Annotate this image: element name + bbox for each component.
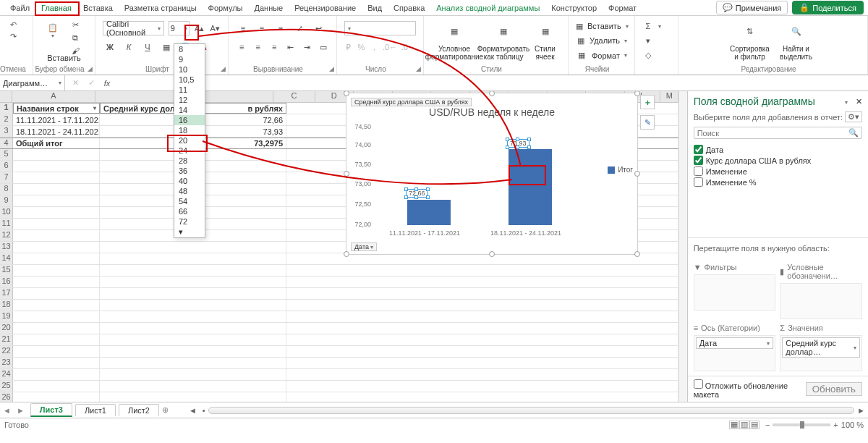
cancel-formula-icon[interactable]: ✕: [69, 77, 81, 89]
font-size-option[interactable]: 28: [174, 156, 205, 166]
chart-legend[interactable]: Итог: [608, 166, 633, 174]
merge-cells-icon[interactable]: ▭: [318, 40, 330, 54]
menu-review[interactable]: Рецензирование: [289, 1, 362, 14]
fill-icon[interactable]: ▾: [642, 35, 654, 46]
worksheet[interactable]: A B C DEF GHI JKL M 1 Названия строк▾ Ср…: [0, 91, 678, 402]
update-button[interactable]: Обновить: [806, 382, 862, 396]
menu-format[interactable]: Формат: [603, 1, 642, 14]
clipboard-launcher-icon[interactable]: ◢: [88, 65, 93, 72]
field-search[interactable]: 🔍: [694, 127, 862, 139]
font-size-option[interactable]: 11: [174, 85, 205, 95]
font-size-option[interactable]: 12: [174, 95, 205, 105]
axis-dropzone[interactable]: Дата▾: [694, 335, 776, 371]
menu-design[interactable]: Конструктор: [545, 1, 603, 14]
find-select-label[interactable]: Найти и выделить: [775, 45, 817, 61]
menu-home[interactable]: Главная: [35, 1, 77, 14]
font-size-option[interactable]: 48: [174, 186, 205, 196]
values-chip[interactable]: Средний курс доллар…▾: [782, 337, 860, 358]
font-size-select[interactable]: 9▾: [169, 21, 190, 35]
field-row[interactable]: Изменение %: [694, 177, 862, 187]
field-checkbox[interactable]: [694, 166, 703, 176]
select-all-triangle[interactable]: [0, 91, 12, 102]
cell-A3[interactable]: 18.11.2021 - 24.11.2021: [13, 126, 100, 137]
comma-icon[interactable]: ,: [370, 40, 378, 54]
insert-cells-icon[interactable]: ▦: [576, 20, 583, 32]
align-launcher-icon[interactable]: ◢: [329, 65, 334, 72]
pivot-chart[interactable]: Средний курс доллара США в рублях USD/RU…: [346, 93, 638, 255]
shrink-font-icon[interactable]: A▾: [209, 21, 221, 35]
cell-A4-grand[interactable]: Общий итог: [13, 138, 100, 148]
pane-layout-button[interactable]: ⚙▾: [845, 111, 862, 122]
axis-chip[interactable]: Дата▾: [696, 337, 774, 349]
number-launcher-icon[interactable]: ◢: [416, 65, 421, 72]
field-row[interactable]: Изменение: [694, 166, 862, 176]
pane-options-chevron-icon[interactable]: ▾: [845, 99, 848, 106]
align-bottom-icon[interactable]: ≡: [273, 21, 288, 35]
sort-filter-icon[interactable]: ⇅: [738, 19, 762, 43]
bold-button[interactable]: Ж: [103, 40, 117, 54]
sheet-tab[interactable]: Лист2: [119, 404, 159, 416]
field-checkbox[interactable]: [694, 145, 703, 154]
autosum-icon[interactable]: Σ: [642, 20, 654, 32]
chart-value-filter-chip[interactable]: Средний курс доллара США в рублях: [351, 98, 472, 106]
zoom-out-icon[interactable]: −: [765, 421, 770, 429]
font-size-option[interactable]: 72: [174, 216, 205, 227]
align-top-icon[interactable]: ≡: [236, 21, 250, 35]
comments-button[interactable]: 💬Примечания: [716, 1, 788, 14]
clear-icon[interactable]: ◇: [642, 50, 654, 62]
field-search-input[interactable]: [697, 129, 848, 138]
menu-pivotchart-analyze[interactable]: Анализ сводной диаграммы: [430, 1, 545, 14]
font-size-dropdown[interactable]: 891010,51112141618202428364048546672▾: [174, 43, 205, 238]
view-pagebreak-icon[interactable]: ▤: [749, 421, 760, 429]
format-cells-label[interactable]: Формат: [592, 51, 620, 60]
italic-button[interactable]: К: [122, 40, 136, 54]
copy-icon[interactable]: ⧉: [69, 32, 81, 43]
font-size-option[interactable]: 8: [174, 44, 205, 54]
menu-view[interactable]: Вид: [362, 1, 388, 14]
font-size-option[interactable]: 66: [174, 206, 205, 216]
hscroll-left-icon[interactable]: ◄: [186, 406, 200, 415]
chart-bar-1[interactable]: [407, 200, 451, 225]
cell-A2[interactable]: 11.11.2021 - 17.11.2021: [13, 114, 100, 125]
menu-file[interactable]: Файл: [4, 1, 35, 14]
horizontal-scrollbar[interactable]: [208, 407, 854, 414]
filters-dropzone[interactable]: [694, 274, 776, 311]
zoom-level[interactable]: 100 %: [841, 421, 864, 429]
chart-plot-area[interactable]: 72,00 72,50 73,00 73,50 74,00 74,50 72,6…: [374, 127, 590, 225]
menu-insert[interactable]: Вставка: [77, 1, 119, 14]
wrap-text-icon[interactable]: ↩: [311, 21, 326, 35]
field-checkbox[interactable]: [694, 177, 703, 187]
filter-dropdown-icon[interactable]: ▾: [93, 105, 96, 111]
chart-title[interactable]: USD/RUB неделя к неделе: [346, 106, 637, 118]
dec-decimal-icon[interactable]: .0→: [401, 40, 416, 54]
align-left-icon[interactable]: ≡: [236, 40, 248, 54]
cut-icon[interactable]: ✂: [69, 19, 81, 30]
tab-nav-prev-icon[interactable]: ◄: [0, 406, 14, 415]
new-sheet-icon[interactable]: ⊕: [159, 405, 171, 415]
font-launcher-icon[interactable]: ◢: [221, 65, 226, 72]
view-normal-icon[interactable]: ▦: [729, 421, 739, 429]
border-button[interactable]: ▦: [159, 40, 174, 54]
field-row[interactable]: Дата: [694, 145, 862, 154]
redo-icon[interactable]: ↷: [7, 30, 19, 42]
menu-pagelayout[interactable]: Разметка страницы: [119, 1, 203, 14]
menu-help[interactable]: Справка: [388, 1, 430, 14]
font-size-option[interactable]: 24: [174, 145, 205, 156]
name-box[interactable]: Диаграмм…▾: [0, 75, 65, 90]
pane-close-icon[interactable]: ✕: [856, 97, 862, 106]
menu-formulas[interactable]: Формулы: [203, 1, 249, 14]
zoom-slider[interactable]: [773, 423, 830, 426]
format-as-table-icon[interactable]: ▦: [491, 19, 516, 43]
chart-bar-2[interactable]: [509, 149, 552, 225]
indent-icon[interactable]: ⇥: [301, 40, 313, 54]
chart-styles-button[interactable]: ✎: [640, 115, 655, 130]
font-size-option[interactable]: 36: [174, 166, 205, 176]
find-select-icon[interactable]: 🔍: [784, 19, 809, 43]
insert-cells-label[interactable]: Вставить: [587, 22, 621, 30]
number-format-select[interactable]: ▾: [344, 21, 416, 35]
undo-icon[interactable]: ↶: [7, 19, 19, 30]
chart-axis-filter-chip[interactable]: Дата ▾: [351, 242, 377, 251]
underline-button[interactable]: Ч: [140, 40, 155, 54]
inc-decimal-icon[interactable]: .0←: [383, 40, 397, 54]
align-center-icon[interactable]: ≡: [252, 40, 265, 54]
